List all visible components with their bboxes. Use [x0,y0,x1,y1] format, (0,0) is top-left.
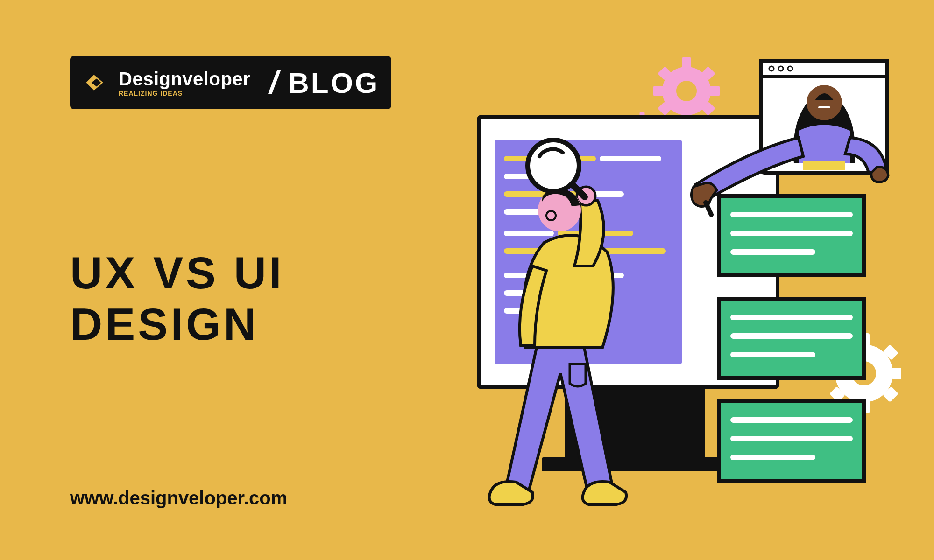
brand-logo-icon [82,70,108,96]
brand-tagline: REALIZING IDEAS [119,90,250,97]
svg-rect-1 [682,57,691,69]
headline: UX VS UI DESIGN [70,247,284,350]
svg-rect-46 [761,61,887,77]
slash-divider: / [269,64,278,101]
svg-rect-4 [709,86,720,96]
note-card [719,401,864,481]
svg-rect-52 [803,161,845,170]
svg-rect-30 [542,457,729,471]
hero-illustration [434,47,901,523]
svg-point-9 [676,81,697,101]
headline-line-2: DESIGN [70,299,284,350]
brand-name: Designveloper [119,69,250,90]
website-url: www.designveloper.com [70,488,287,509]
svg-rect-51 [818,106,830,108]
head [538,189,581,231]
blog-label: BLOG [288,66,379,99]
brand-text: Designveloper REALIZING IDEAS [119,69,250,97]
headline-line-1: UX VS UI [70,247,284,299]
svg-point-67 [546,211,556,220]
svg-rect-3 [653,86,664,96]
note-card [719,196,864,275]
note-card [719,299,864,378]
svg-point-50 [807,85,842,120]
brand-logo-bar: Designveloper REALIZING IDEAS / BLOG [70,56,391,109]
svg-rect-24 [891,368,901,379]
card-stack [719,196,864,481]
